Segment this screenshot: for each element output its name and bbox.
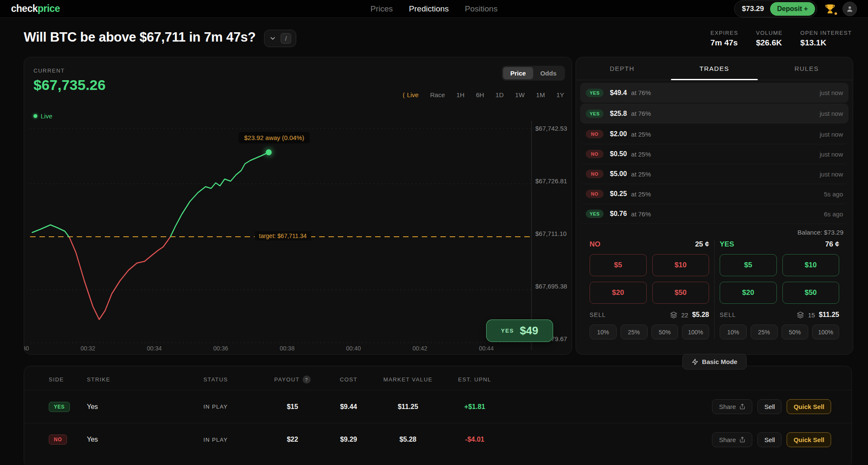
range-tab[interactable]: 1W <box>515 91 525 98</box>
yes-amount-button[interactable]: $5 <box>720 254 777 276</box>
percent-button[interactable]: 100% <box>682 325 709 339</box>
range-tab[interactable]: 6H <box>476 91 484 98</box>
market-stat: OPEN INTEREST $13.1K <box>800 30 852 48</box>
yes-amount-button[interactable]: $20 <box>720 282 777 304</box>
basic-mode-label: Basic Mode <box>702 358 737 365</box>
sell-button[interactable]: Sell <box>757 399 782 414</box>
panel-tab[interactable]: RULES <box>760 57 853 80</box>
range-tab[interactable]: 1H <box>456 91 465 98</box>
trophy-glyph <box>824 3 836 14</box>
range-tab[interactable]: 1Y <box>556 91 564 98</box>
stat-label: VOLUME <box>756 30 783 36</box>
quick-sell-button[interactable]: Quick Sell <box>787 399 831 414</box>
no-amount-button[interactable]: $10 <box>652 254 709 276</box>
trade-probability: at 25% <box>631 131 651 138</box>
trade-time: just now <box>820 131 843 138</box>
stat-label: OPEN INTEREST <box>800 30 852 36</box>
x-axis-label: 00:44 <box>479 345 494 352</box>
market-stat: EXPIRES 7m 47s <box>710 30 738 48</box>
y-axis-label: $67,726.81 <box>535 177 567 185</box>
trade-time: just now <box>820 110 843 117</box>
zap-icon <box>691 359 698 365</box>
sell-label: SELL <box>590 311 606 318</box>
deposit-button[interactable]: Deposit + <box>770 2 815 16</box>
stat-value: $26.6K <box>756 38 783 48</box>
percent-button[interactable]: 50% <box>651 325 679 339</box>
trade-row: NO $2.00 at 25% just now <box>580 124 849 144</box>
position-row: NO Yes IN PLAY $22 $9.29 $5.28 -$4.01 Sh… <box>24 423 851 456</box>
share-icon <box>739 437 746 443</box>
trophy-icon[interactable] <box>823 3 836 15</box>
range-tab[interactable]: Live <box>403 91 419 99</box>
balance-text: Balance: $73.29 <box>576 224 853 238</box>
quick-sell-button[interactable]: Quick Sell <box>787 432 831 447</box>
percent-button[interactable]: 10% <box>590 325 617 339</box>
trade-amount: $49.4 <box>610 89 627 97</box>
payout-cell: $15 <box>259 403 326 411</box>
percent-button[interactable]: 10% <box>720 325 747 339</box>
payout-label: PAYOUT <box>274 376 300 383</box>
yes-amount-button[interactable]: $50 <box>782 282 840 304</box>
percent-button[interactable]: 25% <box>751 325 778 339</box>
panel-tabs: DEPTHTRADESRULES <box>576 57 853 80</box>
header-side: SIDE <box>49 376 87 383</box>
toggle-option[interactable]: Price <box>503 67 533 79</box>
nav-item[interactable]: Positions <box>465 4 498 14</box>
positions-rows: YES Yes IN PLAY $15 $9.44 $11.25 +$1.81 … <box>24 390 851 456</box>
no-amount-button[interactable]: $50 <box>652 282 709 304</box>
range-tab[interactable]: Race <box>430 91 445 98</box>
no-column: NO 25 ¢ $5$10$20$50 SELL 22 $5.28 10%2 <box>584 240 714 339</box>
range-tab[interactable]: 1M <box>536 91 545 98</box>
no-amount-button[interactable]: $20 <box>590 282 647 304</box>
x-axis-label: 00:40 <box>346 345 361 352</box>
percent-button[interactable]: 100% <box>812 325 839 339</box>
basic-mode-button[interactable]: Basic Mode <box>682 354 746 370</box>
yes-sell-row: SELL 15 $11.25 <box>720 311 839 319</box>
sell-value: $11.25 <box>819 311 839 319</box>
x-axis-labels: 0:3000:3200:3400:3600:3800:4000:4200:44 <box>24 345 494 352</box>
share-button[interactable]: Share <box>712 432 752 447</box>
legend-label: Live <box>41 112 53 120</box>
nav-item[interactable]: Predictions <box>409 4 449 14</box>
no-amount-buttons: $5$10$20$50 <box>590 254 709 304</box>
help-icon[interactable]: ? <box>303 375 311 384</box>
trade-row: YES $0.76 at 76% 6s ago <box>580 204 849 224</box>
panel-tab[interactable]: TRADES <box>668 57 761 80</box>
trade-row: NO $5.00 at 25% just now <box>580 164 849 184</box>
status-cell: IN PLAY <box>203 437 259 443</box>
no-percent-buttons: 10%25%50%100% <box>590 325 709 339</box>
panel-tab[interactable]: DEPTH <box>576 57 668 80</box>
positions-header: SIDE STRIKE STATUS PAYOUT ? COST MARKET … <box>24 366 851 390</box>
toggle-option[interactable]: Odds <box>533 67 564 79</box>
target-label-chip: target: $67,711.34 <box>255 231 311 241</box>
y-axis-label: $67,695.38 <box>535 282 567 291</box>
avatar[interactable] <box>843 2 857 16</box>
cost-cell: $9.44 <box>326 403 371 411</box>
wallet-balance: $73.29 <box>742 5 764 13</box>
share-icon <box>739 403 746 410</box>
trade-side-badge: NO <box>586 190 604 198</box>
chart-buy-button[interactable]: YES $49 <box>486 319 553 342</box>
yes-amount-button[interactable]: $10 <box>782 254 840 276</box>
y-axis-labels: $67,742.53$67,726.81$67,711.10$67,695.38… <box>535 124 567 343</box>
no-amount-button[interactable]: $5 <box>590 254 647 276</box>
percent-button[interactable]: 25% <box>620 325 648 339</box>
percent-button[interactable]: 50% <box>782 325 809 339</box>
nav-item[interactable]: Prices <box>370 4 393 14</box>
share-button[interactable]: Share <box>712 399 752 414</box>
brand-logo[interactable]: checkprice <box>11 3 60 14</box>
trade-side-badge: NO <box>586 130 604 138</box>
no-side-label: NO <box>590 240 601 249</box>
range-tab[interactable]: 1D <box>495 91 504 98</box>
sell-label: SELL <box>720 311 736 318</box>
position-side-badge: YES <box>49 402 70 412</box>
trade-probability: at 25% <box>631 190 651 198</box>
yes-header: YES 76 ¢ <box>720 240 839 249</box>
layers-icon <box>670 311 677 319</box>
sell-button[interactable]: Sell <box>757 432 782 447</box>
market-selector-button[interactable]: / <box>264 30 296 47</box>
no-price-cents: 25 ¢ <box>695 240 709 249</box>
yes-side-label: YES <box>720 240 734 249</box>
current-price: $67,735.26 <box>33 77 106 93</box>
stat-label: EXPIRES <box>710 30 738 36</box>
